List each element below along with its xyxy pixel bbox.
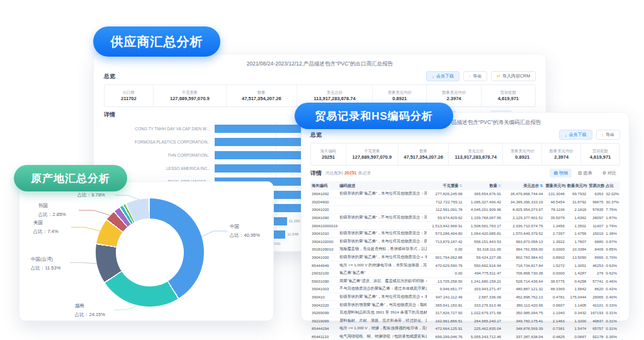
value-cell: 175.0444 bbox=[566, 293, 587, 301]
table-row[interactable]: 3904100000191,513,642,968.911,508,581,78… bbox=[310, 222, 620, 230]
donut-callout: 韩国占比：2.85% bbox=[38, 201, 66, 219]
value-cell: 2.1463 bbox=[544, 317, 565, 325]
value-cell: 0.00 bbox=[427, 246, 464, 254]
value-cell: 92178 bbox=[587, 332, 604, 340]
description-cell: 初级形状的聚“氯乙烯”，未与任何其他物质混合：悬浮级 PVC 树脂 bbox=[338, 237, 426, 246]
view-tab[interactable]: ▤明细 bbox=[550, 169, 572, 178]
value-cell: 573,286,494.80 bbox=[427, 229, 464, 237]
table-row[interactable]: 39041010初级形状的聚“氯乙烯”，未与任何其他物质混合：乳液级 PVC 树… bbox=[310, 229, 620, 237]
column-header[interactable]: 贸易次数⇅ bbox=[587, 181, 604, 190]
donut-callout: 中国(台湾)占比：11.53% bbox=[31, 255, 60, 273]
value-cell: 35.5079 bbox=[544, 213, 565, 222]
value-cell: 4,045,201,909.96 bbox=[464, 206, 503, 214]
value-cell: 34,399,396,333.19 bbox=[502, 198, 544, 206]
table-row[interactable]: 39219099塑料板材、片材、薄膜、箔片和条带，经过烘化、层压、支撑或与其他.… bbox=[310, 317, 620, 325]
value-cell: 0.0667 bbox=[566, 332, 587, 340]
export-icon: ↑ bbox=[602, 133, 604, 137]
table-row[interactable]: 3904102000初级形状的聚“氯乙烯”，未与任何其他物质混合：悬浮级 PVC… bbox=[310, 237, 620, 246]
export-button[interactable]: ↑ 导出 bbox=[463, 71, 488, 81]
value-cell: 0.46% bbox=[604, 277, 620, 285]
table-row[interactable]: 39041090初级形状的聚“氯乙烯”，不与任何其他物质混合：其他管（氯乙烯）.… bbox=[310, 213, 620, 222]
member-download-button[interactable]: ↓ 会员下载 bbox=[559, 130, 592, 140]
value-cell: 947,241,112.49 bbox=[427, 293, 464, 301]
view-tab[interactable]: ⚙对比 bbox=[599, 169, 620, 178]
value-cell: 0.42% bbox=[604, 285, 620, 293]
value-cell: 349,760,175.41 bbox=[502, 317, 544, 325]
value-cell: 36,479,868,744.44 bbox=[502, 190, 544, 198]
value-cell: 1,159,768,087.56 bbox=[464, 213, 503, 222]
view-tab[interactable]: ▥图表 bbox=[574, 169, 596, 178]
value-cell: 1,508,581,783.17 bbox=[464, 222, 503, 230]
hs-code-cell: 59031090 bbox=[310, 277, 338, 285]
value-cell: 93,318,111.00 bbox=[464, 246, 503, 254]
table-row[interactable]: 59031090用聚“氯乙烯”浸渍、涂层、覆盖或层压的纺织织物（不包括用聚“氯乙… bbox=[310, 277, 620, 285]
value-cell: 337,387,638.04 bbox=[502, 332, 544, 340]
table-row[interactable]: 39042220初级形状的增塑聚“氯乙烯”，与其他物质混合：颗粒365,641,… bbox=[310, 301, 620, 309]
value-cell: 13.5090 bbox=[566, 253, 587, 261]
value-cell: 1,085,327,406.42 bbox=[464, 198, 503, 206]
column-header[interactable]: 数量⇅ bbox=[464, 181, 503, 190]
value-cell: 0.8902 bbox=[544, 253, 565, 261]
callout-percentage: 占比：6.78% bbox=[77, 191, 105, 200]
table-row[interactable]: 29032100氯乙烯“氯乙烯”0.00494,775,511.47706,86… bbox=[310, 269, 620, 277]
summary-stat: 数量美元均价2.3974 bbox=[542, 144, 581, 165]
sort-icon[interactable]: ⇅ bbox=[539, 184, 543, 188]
callout-country: 越南 bbox=[75, 302, 105, 310]
bar-category-label: THN CORPORATION.. bbox=[104, 153, 215, 157]
column-header: 占比 bbox=[604, 181, 620, 190]
column-header: 海关编码 bbox=[310, 181, 338, 190]
value-cell: 0.31% bbox=[604, 325, 620, 333]
value-cell: 0.33% bbox=[604, 301, 620, 309]
value-cell: 1.5474 bbox=[566, 325, 587, 333]
donut-callout: 美国占比：7.4% bbox=[33, 218, 59, 236]
value-cell: 225,462,835.04 bbox=[464, 325, 503, 333]
export-button[interactable]: ↑ 导出 bbox=[596, 130, 621, 140]
table-row[interactable]: 85441120电气用绕组线、铜、绝缘绕组（包括漆包或搪瓷氧化）电缆、电线（包.… bbox=[310, 332, 620, 340]
table-row[interactable]: 39269099其他塑料制品和其他 3901 至 3914 条项下的其他材料制品… bbox=[310, 309, 620, 317]
value-cell: 1,064,420,085.81 bbox=[464, 229, 503, 237]
table-row[interactable]: 39041092初级形状的聚“氯乙烯”，未与任何其他物质混合：其他：粉末277,… bbox=[310, 190, 620, 198]
value-cell: 1.38% bbox=[604, 229, 620, 237]
table-row[interactable]: 85444949电压 <= 1,000 V 的绝缘电导体，未安装连接器，其他电缆… bbox=[310, 261, 620, 269]
value-cell: 65757 bbox=[587, 325, 604, 333]
value-cell: 0.9607 bbox=[544, 301, 565, 309]
description-cell bbox=[338, 222, 426, 230]
value-cell: 99675 bbox=[587, 198, 604, 206]
table-row[interactable]: 390410初级形状的聚“氯乙烯”，未与任何其他物质混合 + 未混合other标… bbox=[310, 293, 620, 301]
value-cell: 8409 bbox=[587, 246, 604, 254]
value-cell: 42101 bbox=[587, 301, 604, 309]
member-download-button[interactable]: ↓ 会员下载 bbox=[426, 71, 460, 81]
callout-country: 美国 bbox=[33, 218, 59, 227]
table-row[interactable]: 39204900712,722,755.111,085,327,406.4234… bbox=[310, 198, 620, 206]
table-row[interactable]: 85444294电压 <= 1,000 V，绝缘，配有连接器的电导体，其他：电压… bbox=[310, 325, 620, 333]
matched-count: 20251 bbox=[344, 171, 356, 175]
value-cell: 452,898,762.13 bbox=[502, 293, 544, 301]
value-cell: 29065 bbox=[587, 293, 604, 301]
sort-icon[interactable]: ⇅ bbox=[498, 184, 501, 188]
sort-icon[interactable]: ⇅ bbox=[460, 184, 463, 188]
column-header[interactable]: 千克重量⇅ bbox=[427, 181, 464, 190]
import-icon: ⇄ bbox=[497, 74, 500, 79]
export-icon: ↑ bbox=[469, 74, 472, 79]
value-cell: 964,761,656.00 bbox=[502, 246, 544, 254]
summary-stat: 千克重量127,689,597,070.9 bbox=[346, 144, 398, 165]
bar-category-label: FORMOSA PLASTICS CORPORATION.. bbox=[104, 140, 215, 144]
value-cell: 7.75% bbox=[604, 206, 620, 214]
table-row[interactable]: 39041000初级形状的聚“氯乙烯”，未与任何其他物质混合 + 未混合othe… bbox=[310, 253, 620, 261]
value-cell: 365,554,676.91 bbox=[464, 190, 503, 198]
value-cell: 38.5775 bbox=[544, 277, 565, 285]
import-crm-button[interactable]: ⇄ 导入内部CRM bbox=[491, 71, 536, 81]
table-row[interactable]: 39041003不与其他物质混合的聚氯乙烯：通过本体或悬浮聚合工艺获得的聚氯乙.… bbox=[310, 285, 620, 293]
table-row[interactable]: 3918109010地板覆盖物，无论是否自粘，卷状或砖块形式，以及墙壁或天花板覆… bbox=[310, 246, 620, 254]
table-row[interactable]: 39041020112,991,091.784,045,201,909.968,… bbox=[310, 206, 620, 214]
column-header[interactable]: 美元总价⇅ bbox=[502, 181, 544, 190]
value-cell: 1.1040 bbox=[544, 309, 565, 317]
callout-percentage: 占比：24.15% bbox=[75, 310, 105, 319]
value-cell: 264,965,240.17 bbox=[464, 317, 503, 325]
value-cell: 712,722,755.11 bbox=[427, 198, 464, 206]
value-cell: 57741 bbox=[587, 277, 604, 285]
value-cell: 0.0000 bbox=[544, 269, 565, 277]
value-cell: 317,826,727.50 bbox=[427, 309, 464, 317]
value-cell: 365,641,150.81 bbox=[427, 301, 464, 309]
description-cell bbox=[338, 198, 426, 206]
